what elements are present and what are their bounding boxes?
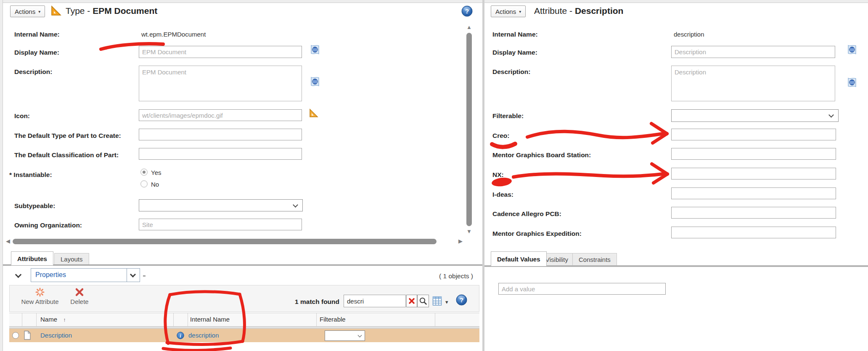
scroll-up-icon[interactable]: ▲ [466, 24, 472, 30]
delete-x-icon [75, 288, 84, 297]
default-type-input[interactable] [139, 129, 302, 140]
ideas-input[interactable] [671, 187, 836, 199]
icon-field-label: Icon: [14, 112, 30, 120]
annotation-arrow-creo [527, 124, 667, 143]
scroll-down-icon[interactable]: ▼ [466, 229, 472, 234]
attr-description-label: Description: [492, 68, 530, 76]
resize-dash [143, 275, 146, 277]
ideas-label: I-deas: [492, 191, 513, 198]
scroll-left-icon[interactable]: ◀ [6, 238, 10, 244]
localize-description-icon[interactable] [310, 76, 320, 87]
view-dropdown-button[interactable] [127, 269, 140, 282]
document-icon [24, 330, 31, 340]
attr-display-name-input[interactable] [671, 46, 835, 58]
icon-path-input[interactable] [139, 109, 302, 121]
horizontal-scrollbar-thumb[interactable] [13, 239, 437, 244]
default-type-label: The Default Type of Part to Create: [14, 132, 121, 140]
instantiable-yes-label: Yes [151, 169, 161, 176]
default-classification-input[interactable] [139, 148, 302, 160]
instantiable-yes-radio[interactable] [140, 169, 148, 176]
clear-x-icon [408, 298, 415, 304]
type-manager-page: Actions ▾ Type - EPM Document ? Interna [0, 0, 868, 351]
cadence-allegro-input[interactable] [671, 207, 836, 219]
add-value-input[interactable] [498, 283, 666, 295]
column-header-internal-name[interactable]: Internal Name [190, 316, 230, 323]
table-view-caret-icon[interactable]: ▾ [445, 299, 448, 305]
tab-constraints-label: Constraints [579, 256, 611, 263]
attribute-name-link[interactable]: Description [40, 332, 72, 339]
panel-divider[interactable] [482, 0, 484, 351]
type-actions-button[interactable]: Actions ▾ [10, 5, 45, 17]
attribute-page-title: Attribute - Description [534, 6, 623, 16]
creo-input[interactable] [671, 129, 836, 140]
subtypeable-select[interactable] [139, 199, 303, 211]
page-left-edge [0, 0, 3, 351]
chevron-down-icon [358, 333, 362, 338]
new-attribute-burst-icon [35, 288, 45, 297]
tab-attributes[interactable]: Attributes [11, 251, 53, 265]
vertical-scrollbar-thumb[interactable] [466, 33, 472, 226]
description-textarea[interactable] [139, 66, 302, 101]
table-view-icon[interactable] [432, 296, 442, 306]
attribute-internal-name-link[interactable]: description [188, 332, 219, 339]
new-attribute-button[interactable]: New Attribute [13, 288, 67, 305]
filterable-label: Filterable: [492, 112, 524, 120]
localize-display-name-icon[interactable] [310, 44, 320, 55]
internal-name-value: wt.epm.EPMDocument [141, 31, 206, 38]
owning-organization-input[interactable] [139, 219, 302, 230]
clear-search-button[interactable] [406, 295, 417, 307]
mentor-expedition-input[interactable] [671, 227, 836, 238]
search-icon [419, 297, 427, 305]
type-page-title: Type - EPM Document [66, 6, 157, 16]
mentor-board-station-input[interactable] [671, 148, 836, 160]
display-name-input[interactable] [139, 46, 302, 58]
delete-button[interactable]: Delete [66, 288, 93, 305]
collapse-chevron-icon[interactable] [15, 272, 22, 278]
attribute-actions-button[interactable]: Actions ▾ [491, 5, 526, 17]
info-icon[interactable]: i [177, 332, 184, 339]
table-header [9, 313, 479, 326]
search-input[interactable] [344, 295, 406, 307]
view-dropdown-value: Properties [35, 271, 66, 279]
column-separator [316, 313, 317, 326]
icon-preview-triangle-icon [308, 108, 319, 119]
tab-rule-left [3, 264, 482, 266]
table-help-icon[interactable]: ? [456, 294, 467, 306]
attr-display-name-label: Display Name: [492, 49, 537, 56]
localize-attr-description-icon[interactable] [847, 77, 857, 88]
attr-internal-name-label: Internal Name: [492, 31, 538, 38]
instantiable-no-radio[interactable] [140, 180, 148, 187]
tab-layouts[interactable]: Layouts [54, 253, 89, 265]
column-separator [435, 313, 435, 326]
type-title-prefix: Type - [66, 6, 93, 16]
subtypeable-label: Subtypeable: [14, 202, 55, 210]
default-classification-label: The Default Classification of Part: [14, 151, 119, 159]
tab-layouts-label: Layouts [61, 256, 83, 263]
row-select-radio[interactable] [12, 332, 19, 339]
tab-default-values-label: Default Values [497, 256, 540, 263]
display-name-label: Display Name: [14, 49, 59, 56]
column-separator [36, 313, 37, 326]
page-top-edge [0, 0, 868, 3]
tab-default-values[interactable]: Default Values [491, 251, 547, 266]
column-header-name[interactable]: Name ↑ [40, 316, 66, 323]
internal-name-label: Internal Name: [14, 31, 60, 38]
search-button[interactable] [417, 295, 429, 307]
mentor-expedition-label: Mentor Graphics Expedition: [492, 230, 582, 238]
mentor-board-station-label: Mentor Graphics Board Station: [492, 151, 591, 159]
instantiable-no-label: No [151, 181, 159, 188]
column-header-filterable[interactable]: Filterable [320, 316, 346, 323]
attribute-actions-label: Actions [495, 8, 516, 15]
scroll-right-icon[interactable]: ▶ [458, 238, 463, 244]
attr-description-textarea[interactable] [671, 66, 835, 101]
tab-constraints[interactable]: Constraints [572, 253, 617, 266]
nx-input[interactable] [671, 168, 836, 179]
help-icon[interactable]: ? [461, 5, 473, 17]
view-dropdown[interactable]: Properties [31, 268, 140, 282]
row-filterable-select[interactable] [325, 330, 365, 341]
table-row[interactable] [9, 329, 479, 342]
localize-attr-display-name-icon[interactable] [847, 44, 857, 55]
filterable-select[interactable] [671, 109, 839, 122]
attribute-title-prefix: Attribute - [534, 6, 575, 16]
annotation-underline-creo [492, 144, 515, 147]
